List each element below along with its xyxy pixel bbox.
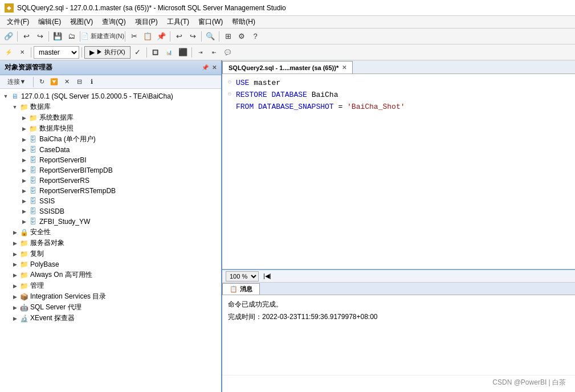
- redo-btn[interactable]: ↪: [34, 30, 46, 43]
- integration-services-folder[interactable]: ▶ 📦 Integration Services 目录: [0, 291, 221, 302]
- paste-btn[interactable]: 📌: [155, 30, 168, 43]
- app-icon: ◆: [5, 3, 14, 13]
- copy-btn[interactable]: 📋: [141, 30, 154, 43]
- expand-btn[interactable]: ⊞: [222, 30, 234, 43]
- query-tab[interactable]: SQLQuery2.sql - 1....master (sa (65))* ✕: [222, 61, 353, 74]
- indent-btn[interactable]: ⇥: [194, 46, 207, 59]
- find-btn[interactable]: 🔍: [204, 30, 217, 43]
- management-toggle[interactable]: ▶: [10, 281, 19, 291]
- undo-btn[interactable]: ↩: [20, 30, 32, 43]
- menu-query[interactable]: 查询(Q): [97, 17, 130, 27]
- collapse-all-btn[interactable]: ⊟: [74, 77, 85, 87]
- zoom-select[interactable]: 100 %: [226, 271, 259, 281]
- zfbi-label: ZFBI_Study_YW: [39, 218, 90, 226]
- tree-view[interactable]: ▼ 🖥 127.0.0.1 (SQL Server 15.0.2000.5 - …: [0, 89, 221, 392]
- undo-btn2[interactable]: ↩: [173, 30, 185, 43]
- help-btn[interactable]: ?: [249, 30, 262, 43]
- filter-btn[interactable]: 🔽: [48, 77, 60, 87]
- menu-help[interactable]: 帮助(H): [227, 17, 260, 27]
- management-label: 管理: [30, 281, 44, 291]
- casedata-db[interactable]: ▶ 🗄 CaseData: [0, 145, 221, 155]
- reportserverbitempdb-db[interactable]: ▶ 🗄 ReportServerBITempDB: [0, 165, 221, 175]
- settings-btn[interactable]: ⚙: [235, 30, 248, 43]
- ssisdb-toggle[interactable]: ▶: [19, 207, 28, 216]
- close-panel-icon[interactable]: ✕: [212, 64, 217, 71]
- reportserverrstempdb-db[interactable]: ▶ 🗄 ReportServerRSTempDB: [0, 186, 221, 196]
- connect-btn[interactable]: ⚡: [2, 46, 15, 59]
- system-db-toggle[interactable]: ▶: [19, 113, 28, 122]
- refresh-btn[interactable]: ↻: [36, 77, 47, 87]
- alwayson-folder[interactable]: ▶ 📁 Always On 高可用性: [0, 270, 221, 280]
- baicha-db[interactable]: ▶ 🗄 BaiCha (单个用户): [0, 134, 221, 145]
- security-toggle[interactable]: ▶: [10, 228, 19, 237]
- menu-file[interactable]: 文件(F): [2, 17, 34, 27]
- rsrs-toggle[interactable]: ▶: [19, 176, 28, 185]
- server-objects-toggle[interactable]: ▶: [10, 239, 19, 248]
- databases-toggle[interactable]: ▼: [10, 103, 19, 112]
- pin-icon[interactable]: 📌: [202, 64, 209, 71]
- ssisdb-db[interactable]: ▶ 🗄 SSISDB: [0, 206, 221, 217]
- ssis-db[interactable]: ▶ 🗄 SSIS: [0, 196, 221, 206]
- management-folder[interactable]: ▶ 📁 管理: [0, 280, 221, 291]
- disconnect-btn[interactable]: ✕: [16, 46, 28, 59]
- new-query-btn[interactable]: 📄 新建查询(N): [83, 30, 123, 43]
- check-btn[interactable]: ✓: [132, 46, 144, 59]
- server-objects-folder[interactable]: ▶ 📁 服务器对象: [0, 238, 221, 248]
- replication-folder[interactable]: ▶ 📁 复制: [0, 248, 221, 259]
- menu-view[interactable]: 视图(V): [66, 17, 97, 27]
- new-connection-btn[interactable]: 🔗: [2, 30, 15, 43]
- menu-edit[interactable]: 编辑(E): [34, 17, 66, 27]
- menu-tools[interactable]: 工具(T): [162, 17, 194, 27]
- menu-project[interactable]: 项目(P): [131, 17, 162, 27]
- server-label: 127.0.0.1 (SQL Server 15.0.2000.5 - TEA\…: [21, 92, 173, 100]
- casedata-toggle[interactable]: ▶: [19, 145, 28, 154]
- filter-clear-btn[interactable]: ✕: [61, 77, 72, 87]
- reportserverbi-db[interactable]: ▶ 🗄 ReportServerBI: [0, 155, 221, 165]
- is-toggle[interactable]: ▶: [10, 292, 19, 301]
- database-dropdown[interactable]: master: [34, 46, 79, 59]
- cut-btn[interactable]: ✂: [128, 30, 140, 43]
- panel-pin-controls[interactable]: 📌 ✕: [202, 64, 217, 71]
- stop-btn[interactable]: ⬛: [177, 46, 189, 59]
- sql-editor[interactable]: ⊖ USE master ⊖ RESTORE DATABASE BaiCha F…: [222, 74, 575, 270]
- security-folder[interactable]: ▶ 🔒 安全性: [0, 227, 221, 238]
- rsbi-toggle[interactable]: ▶: [19, 156, 28, 165]
- comment-btn[interactable]: 💬: [222, 46, 234, 59]
- server-node[interactable]: ▼ 🖥 127.0.0.1 (SQL Server 15.0.2000.5 - …: [0, 91, 221, 101]
- snapshot-folder[interactable]: ▶ 📁 数据库快照: [0, 123, 221, 134]
- databases-folder[interactable]: ▼ 📁 数据库: [0, 101, 221, 112]
- zfbi-toggle[interactable]: ▶: [19, 217, 28, 226]
- sep9: [81, 47, 82, 58]
- menu-window[interactable]: 窗口(W): [194, 17, 227, 27]
- polybase-toggle[interactable]: ▶: [10, 260, 19, 269]
- execute-btn[interactable]: ▶ ▶ 执行(X): [84, 46, 131, 59]
- polybase-folder[interactable]: ▶ 📁 PolyBase: [0, 259, 221, 270]
- ssis-toggle[interactable]: ▶: [19, 197, 28, 206]
- rsrstempdb-toggle[interactable]: ▶: [19, 186, 28, 195]
- alwayson-toggle[interactable]: ▶: [10, 271, 19, 280]
- xevent-folder[interactable]: ▶ 🔬 XEvent 探查器: [0, 313, 221, 324]
- outdent-btn[interactable]: ⇤: [208, 46, 221, 59]
- property-btn[interactable]: ℹ: [86, 77, 97, 87]
- server-toggle[interactable]: ▼: [1, 92, 10, 101]
- system-db-folder[interactable]: ▶ 📁 系统数据库: [0, 112, 221, 123]
- agent-label: SQL Server 代理: [30, 303, 81, 312]
- connect-db-btn[interactable]: 连接▼: [2, 77, 31, 87]
- snapshot-toggle[interactable]: ▶: [19, 124, 28, 133]
- save-btn[interactable]: 💾: [51, 30, 64, 43]
- zfbi-db[interactable]: ▶ 🗄 ZFBI_Study_YW: [0, 217, 221, 227]
- redo-btn2[interactable]: ↪: [186, 30, 199, 43]
- agent-toggle[interactable]: ▶: [10, 303, 19, 312]
- reportserverrs-db[interactable]: ▶ 🗄 ReportServerRS: [0, 175, 221, 186]
- replication-toggle[interactable]: ▶: [10, 250, 19, 259]
- rsbi-label: ReportServerBI: [39, 156, 87, 164]
- messages-tab[interactable]: 📋 消息: [222, 283, 260, 295]
- save-all-btn[interactable]: 🗂: [65, 30, 78, 43]
- xevent-toggle[interactable]: ▶: [10, 314, 19, 323]
- baicha-toggle[interactable]: ▶: [19, 135, 28, 144]
- rsbitempdb-toggle[interactable]: ▶: [19, 166, 28, 175]
- results-to-btn[interactable]: 📊: [163, 46, 176, 59]
- sql-agent-folder[interactable]: ▶ 🤖 SQL Server 代理: [0, 302, 221, 313]
- parse-btn[interactable]: 🔲: [149, 46, 162, 59]
- tab-close-btn[interactable]: ✕: [342, 64, 346, 71]
